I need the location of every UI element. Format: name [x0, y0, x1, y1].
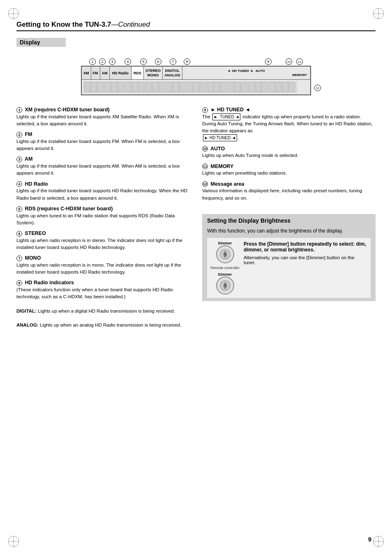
svg-rect-33 — [221, 82, 226, 92]
svg-rect-38 — [255, 82, 261, 92]
brightness-intro: With this function, you can adjust the b… — [207, 228, 371, 234]
item-am: 3 AM Lights up if the installed tuner bo… — [16, 156, 190, 177]
left-column: 1 XM (requires C-HDXM tuner board) Light… — [16, 107, 190, 333]
display-diagram: 1 2 3 4 5 6 7 8 9 10 11 — [81, 58, 311, 97]
hd-tuned-auto-memory: ►HD TUNED◄ AUTO MEMORY — [182, 67, 310, 79]
item-hd-radio-indicators: 8 HD Radio indicators (These indicators … — [16, 280, 190, 329]
svg-rect-36 — [241, 82, 247, 92]
item-hd-radio: 4 HD Radio Lights up if the installed tu… — [16, 181, 190, 202]
svg-rect-40 — [269, 82, 275, 92]
item-fm: 2 FM Lights up if the installed tuner bo… — [16, 131, 190, 152]
indicator-num-9: 9 — [265, 58, 272, 65]
item-hd-tuned: 9 ► HD TUNED ◄ The ► TUNED ◄ indicator l… — [202, 107, 376, 142]
svg-rect-31 — [208, 82, 213, 92]
svg-rect-34 — [228, 82, 234, 92]
dimmer-icon-bottom: Dimmer — [216, 272, 234, 295]
svg-rect-18 — [118, 82, 124, 92]
svg-rect-43 — [289, 82, 295, 92]
dimmer-top-label: Dimmer — [218, 241, 232, 245]
svg-rect-28 — [187, 82, 193, 92]
svg-rect-39 — [262, 82, 267, 92]
rds-label: RDS — [131, 67, 144, 79]
item-memory: 11 MEMORY Lights up when presetting radi… — [202, 164, 376, 177]
indicator-num-8: 8 — [184, 58, 190, 65]
display-diagram-container: 1 2 3 4 5 6 7 8 9 10 11 — [16, 58, 376, 97]
svg-rect-26 — [173, 82, 179, 92]
indicator-num-3: 3 — [109, 58, 115, 65]
dimmer-icon-top: Dimmer — [216, 241, 234, 263]
indicator-num-2: 2 — [99, 58, 106, 65]
display-section-header: Display — [16, 38, 66, 47]
brightness-main-instruction: Press the [Dimmer] button repeatedly to … — [244, 241, 367, 253]
svg-rect-21 — [138, 82, 144, 92]
corner-mark-br — [372, 535, 385, 548]
indicator-num-1: 1 — [89, 58, 96, 65]
lcd-panel: XM FM AM HD Radio RDS STEREO MONO DIGITA… — [81, 66, 311, 95]
brightness-text: Press the [Dimmer] button repeatedly to … — [244, 241, 367, 265]
brightness-alt-instruction: Alternatively, you can use the [Dimmer] … — [244, 255, 367, 265]
indicator-num-7: 7 — [170, 58, 176, 65]
page-header: Getting to Know the TUN-3.7—Continued — [16, 21, 376, 31]
indicator-num-11: 11 — [296, 58, 303, 65]
item-rds: 5 RDS (requires C-HDXM tuner board) Ligh… — [16, 206, 190, 226]
digital-analog-label: DIGITAL ANALOG — [163, 67, 182, 79]
svg-rect-24 — [159, 82, 165, 92]
svg-rect-19 — [125, 82, 131, 92]
xm-label: XM — [82, 67, 91, 79]
remote-controller-label: Remote controller — [210, 266, 240, 270]
hd-radio-label: HD Radio — [110, 67, 132, 79]
corner-mark-tl — [7, 7, 20, 20]
corner-mark-tr — [372, 7, 385, 20]
svg-point-45 — [224, 253, 226, 256]
svg-rect-42 — [282, 82, 288, 92]
item-xm: 1 XM (requires C-HDXM tuner board) Light… — [16, 107, 190, 127]
svg-rect-13 — [84, 82, 90, 92]
item-mono: 7 MONO Lights up when radio reception is… — [16, 255, 190, 276]
brightness-content: Dimmer Remote controller Dimmer — [207, 238, 371, 298]
svg-rect-37 — [249, 82, 254, 92]
svg-rect-16 — [105, 82, 111, 92]
dimmer-button-icon — [216, 245, 234, 263]
svg-rect-27 — [180, 82, 185, 92]
svg-rect-17 — [111, 82, 117, 92]
corner-mark-bl — [7, 535, 20, 548]
indicator-num-5: 5 — [140, 58, 147, 65]
svg-rect-35 — [235, 82, 240, 92]
am-label: AM — [100, 67, 110, 79]
svg-rect-41 — [276, 82, 281, 92]
indicator-num-4: 4 — [125, 58, 131, 65]
segment-display: // This is static SVG content — [83, 81, 309, 93]
svg-rect-32 — [214, 82, 220, 92]
svg-rect-29 — [194, 82, 199, 92]
indicator-num-12-marker: 12 — [314, 85, 321, 91]
item-message-area: 12 Message area Various information is d… — [202, 181, 376, 202]
item-auto: 10 AUTO Lights up when Auto Tuning mode … — [202, 146, 376, 159]
fm-label: FM — [91, 67, 100, 79]
indicator-num-6: 6 — [155, 58, 161, 65]
svg-rect-30 — [200, 82, 206, 92]
svg-rect-15 — [97, 82, 103, 92]
svg-rect-14 — [91, 82, 97, 92]
dimmer-button-icon-2 — [216, 276, 234, 295]
lcd-message-row: // This is static SVG content — [82, 80, 310, 94]
dimmer-icons: Dimmer Remote controller Dimmer — [210, 241, 240, 295]
svg-rect-22 — [146, 82, 152, 92]
brightness-title: Setting the Display Brightness — [207, 217, 371, 224]
page-title: Getting to Know the TUN-3.7—Continued — [16, 21, 150, 28]
right-column: 9 ► HD TUNED ◄ The ► TUNED ◄ indicator l… — [202, 107, 376, 333]
description-columns: 1 XM (requires C-HDXM tuner board) Light… — [16, 107, 376, 333]
brightness-section: Setting the Display Brightness With this… — [202, 214, 376, 301]
svg-point-47 — [224, 284, 226, 287]
indicator-num-10: 10 — [286, 58, 292, 65]
item-stereo: 6 STEREO Lights up when radio reception … — [16, 230, 190, 251]
svg-rect-20 — [132, 82, 138, 92]
svg-rect-23 — [152, 82, 158, 92]
svg-rect-25 — [166, 82, 172, 92]
dimmer-bottom-label: Dimmer — [218, 272, 232, 276]
stereo-mono-label: STEREO MONO — [144, 67, 163, 79]
page-number: 9 — [368, 536, 371, 543]
lcd-top-row: XM FM AM HD Radio RDS STEREO MONO DIGITA… — [82, 67, 310, 80]
